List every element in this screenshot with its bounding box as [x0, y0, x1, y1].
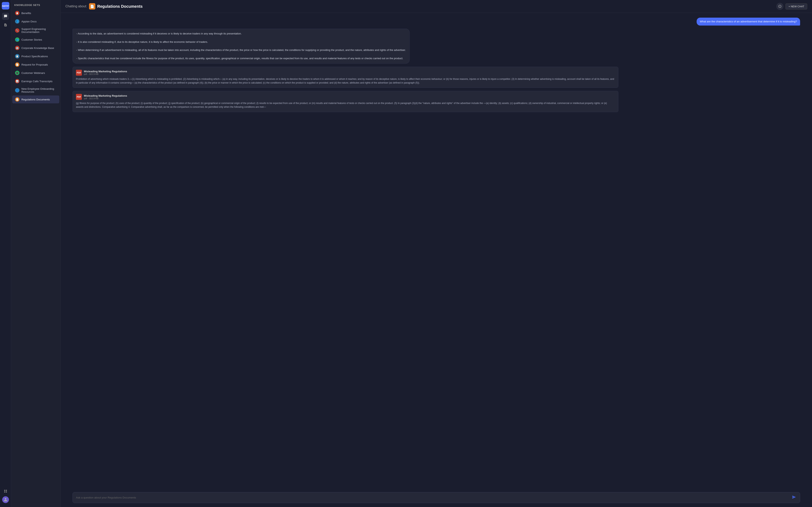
input-wrapper: [72, 492, 800, 503]
source-card-2: PDF Misleading Marketing Regulations pdf…: [72, 91, 618, 112]
sidebar-item-appian-docs[interactable]: 📘 Appian Docs: [12, 17, 59, 25]
sidebar-label-rfp: Request for Proposals: [21, 63, 48, 66]
chatting-label: Chatting about:: [65, 5, 87, 8]
sidebar-label-regulations: Regulations Documents: [21, 98, 50, 101]
source-card-1-header: PDF Misleading Marketing Regulations pdf…: [76, 70, 615, 76]
sidebar-item-new-employee[interactable]: 👤 New Employee Onboarding Resources: [12, 86, 59, 95]
source-meta-2: pdf - 322.9 KB: [84, 97, 127, 100]
pdf-icon-2: PDF: [76, 94, 82, 100]
grid-icon[interactable]: [2, 488, 9, 495]
source-text-2: (g) fitness for purpose of the product; …: [76, 101, 615, 109]
header-title: Regulations Documents: [97, 4, 143, 9]
earnings-calls-icon: 📊: [15, 79, 19, 83]
source-title-2: Misleading Marketing Regulations: [84, 94, 127, 97]
header-right: + NEW CHAT: [776, 3, 807, 10]
send-button[interactable]: [791, 495, 797, 501]
sidebar-label-support-engineering: Support Engineering Documentation: [21, 27, 56, 34]
user-message: What are the characteristics of an adver…: [697, 18, 800, 25]
source-meta-1: pdf - 322.9 KB: [84, 73, 127, 75]
sidebar-label-customer-stories: Customer Stories: [21, 38, 42, 41]
sidebar-label-benefits: Benefits: [21, 12, 31, 15]
assistant-text-2: - It is also considered misleading if, d…: [76, 40, 208, 43]
main-content: Chatting about: 📄 Regulations Documents …: [61, 0, 812, 507]
header-doc-icon: 📄: [89, 3, 95, 9]
assistant-text-4: - Specific characteristics that must be …: [76, 57, 403, 60]
customer-webinars-icon: 🎥: [15, 71, 19, 75]
sidebar-label-new-employee: New Employee Onboarding Resources: [21, 87, 56, 93]
source-title-1: Misleading Marketing Regulations: [84, 70, 127, 73]
sidebar-item-product-specs[interactable]: 📋 Product Specifications: [12, 52, 59, 60]
sidebar-item-earnings-calls[interactable]: 📊 Earnings Calls Transcripts: [12, 77, 59, 85]
sidebar-item-benefits[interactable]: 📋 Benefits: [12, 9, 59, 17]
source-card-2-header: PDF Misleading Marketing Regulations pdf…: [76, 94, 615, 100]
sidebar-item-support-engineering[interactable]: 🔧 Support Engineering Documentation: [12, 26, 59, 35]
sidebar-item-corporate-knowledge[interactable]: 🏢 Corporate Knowledge Base: [12, 44, 59, 52]
sidebar-label-appian-docs: Appian Docs: [21, 20, 37, 23]
new-employee-icon: 👤: [15, 88, 19, 93]
source-card-1: PDF Misleading Marketing Regulations pdf…: [72, 67, 618, 88]
input-area: [61, 489, 812, 507]
app-logo[interactable]: appian: [2, 2, 9, 9]
chat-area: What are the characteristics of an adver…: [61, 13, 812, 489]
sidebar-label-customer-webinars: Customer Webinars: [21, 71, 45, 74]
info-button[interactable]: [776, 3, 783, 10]
appian-docs-icon: 📘: [15, 19, 19, 23]
new-chat-button[interactable]: + NEW CHAT: [785, 3, 807, 9]
corporate-knowledge-icon: 🏢: [15, 46, 19, 50]
chat-input[interactable]: [76, 496, 791, 499]
assistant-text-3: - When determining if an advertisement i…: [76, 49, 406, 52]
sidebar-label-product-specs: Product Specifications: [21, 55, 48, 58]
sidebar-label-earnings-calls: Earnings Calls Transcripts: [21, 80, 53, 83]
rfp-icon: 📄: [15, 62, 19, 67]
assistant-text-1: - According to the data, an advertisemen…: [76, 32, 242, 35]
header-left: Chatting about: 📄 Regulations Documents: [65, 3, 143, 9]
regulations-icon: 📄: [15, 97, 19, 102]
sidebar: Knowledge Sets 📋 Benefits 📘 Appian Docs …: [11, 0, 61, 507]
support-engineering-icon: 🔧: [15, 28, 19, 33]
icon-bar: appian: [0, 0, 11, 507]
assistant-message: - According to the data, an advertisemen…: [72, 29, 410, 64]
sidebar-item-rfp[interactable]: 📄 Request for Proposals: [12, 61, 59, 68]
sidebar-label-corporate-knowledge: Corporate Knowledge Base: [21, 47, 54, 50]
source-text-1: Prohibition of advertising which mislead…: [76, 77, 615, 85]
product-specs-icon: 📋: [15, 54, 19, 58]
source-card-2-info: Misleading Marketing Regulations pdf - 3…: [84, 94, 127, 100]
user-avatar[interactable]: [2, 496, 9, 503]
docs-nav-icon[interactable]: [2, 21, 9, 29]
sidebar-item-regulations[interactable]: 📄 Regulations Documents: [12, 96, 59, 103]
logo-text: appian: [2, 5, 9, 7]
chat-nav-icon[interactable]: [2, 13, 9, 20]
sidebar-title: Knowledge Sets: [11, 0, 60, 9]
source-card-1-info: Misleading Marketing Regulations pdf - 3…: [84, 70, 127, 75]
pdf-icon-1: PDF: [76, 70, 82, 76]
sidebar-item-customer-webinars[interactable]: 🎥 Customer Webinars: [12, 69, 59, 77]
customer-stories-icon: 👥: [15, 38, 19, 42]
benefits-icon: 📋: [15, 11, 19, 15]
header: Chatting about: 📄 Regulations Documents …: [61, 0, 812, 13]
sidebar-item-customer-stories[interactable]: 👥 Customer Stories: [12, 36, 59, 44]
